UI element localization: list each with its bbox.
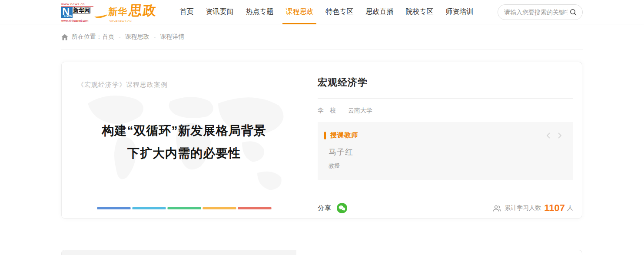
color-bar [238,207,271,209]
breadcrumb-course-detail: 课程详情 [160,33,184,41]
xinhuawang-text: 新华网 [73,7,90,13]
course-title: 宏观经济学 [318,76,573,89]
xinhuanet-logo: www.news.cn N EWS 新华网 www.xinhuanet.com [61,2,93,23]
color-bar [97,207,130,209]
nav-item-teacher-training[interactable]: 师资培训 [439,0,479,24]
brand-sizheng-text: 思政 [128,2,158,20]
search-box[interactable] [498,4,583,20]
nav-item-home[interactable]: 首页 [173,0,199,24]
bottom-tab-strip [62,250,296,255]
course-description-card-partial [61,250,582,255]
orange-accent-bar [324,132,326,139]
site-header: www.news.cn N EWS 新华网 www.xinhuanet.com … [0,0,644,24]
learner-stats: 累计学习人数 1107 人 [493,202,573,214]
teacher-name[interactable]: 马子红 [329,147,566,157]
color-bar [132,207,166,209]
brand-domain-text: SIZHENEWS.CN [109,20,132,23]
search-input[interactable] [504,9,568,16]
wechat-share-icon[interactable] [337,203,347,213]
school-name: 云南大学 [348,107,372,115]
site-logo[interactable]: www.news.cn N EWS 新华网 www.xinhuanet.com … [61,2,157,23]
breadcrumb-prefix: 所在位置： [72,33,102,41]
n-logo-icon: N EWS [61,7,73,18]
logo-swoosh-icon [94,11,108,19]
breadcrumb: 所在位置： 首页 - 课程思政 - 课程详情 [61,24,583,50]
nav-item-hot-topics[interactable]: 热点专题 [239,0,279,24]
breadcrumb-separator: - [154,33,156,40]
nav-item-course-sizheng[interactable]: 课程思政 [279,0,319,24]
color-bar [202,207,236,209]
share-label: 分享 [318,204,332,212]
carousel-next-button[interactable] [557,132,563,139]
course-detail-card: 《宏观经济学》课程思政案例 构建“双循环”新发展格局背景 下扩大内需的必要性 宏… [61,62,582,219]
search-icon[interactable] [569,8,577,16]
teacher-section: 授课教师 马子红 教授 [318,122,573,180]
page: www.news.cn N EWS 新华网 www.xinhuanet.com … [0,0,644,255]
cover-title-line1: 构建“双循环”新发展格局背景 [73,119,295,142]
brand-xinhua-text: 新华 [108,7,127,17]
nav-item-college-zone[interactable]: 院校专区 [399,0,439,24]
cover-color-bars [97,207,271,209]
breadcrumb-home[interactable]: 首页 [102,33,114,41]
xinhuanet-url-text: www.xinhuanet.com [61,19,93,23]
color-bar [167,207,201,209]
stats-label: 累计学习人数 [505,204,541,212]
breadcrumb-separator: - [119,33,121,40]
course-cover-image: 《宏观经济学》课程思政案例 构建“双循环”新发展格局背景 下扩大内需的必要性 [62,62,306,218]
course-info-panel: 宏观经济学 学 校 云南大学 授课教师 [306,62,582,218]
course-case-label: 《宏观经济学》课程思政案例 [77,81,295,89]
cover-title-line2: 下扩大内需的必要性 [73,142,295,165]
sizheng-brand: 新华 思政 SIZHENEWS.CN [108,2,157,23]
school-label: 学 校 [318,107,336,115]
nav-item-special-zone[interactable]: 特色专区 [319,0,359,24]
stats-unit: 人 [567,204,573,212]
school-row: 学 校 云南大学 [318,99,573,122]
teacher-section-heading: 授课教师 [330,131,358,139]
people-icon [493,205,501,212]
nav-item-live[interactable]: 思政直播 [359,0,399,24]
active-tab-indicator [282,23,316,24]
learner-count: 1107 [544,202,565,214]
home-icon[interactable] [61,34,68,40]
teacher-rank: 教授 [329,162,566,170]
course-cover-title: 构建“双循环”新发展格局背景 下扩大内需的必要性 [73,119,295,165]
carousel-prev-button[interactable] [545,132,551,139]
breadcrumb-course-sizheng[interactable]: 课程思政 [125,33,149,41]
share-row: 分享 [318,202,573,214]
nav-item-news[interactable]: 资讯要闻 [199,0,239,24]
main-nav: 首页 资讯要闻 热点专题 课程思政 特色专区 思政直播 院校专区 师资培训 [173,0,479,24]
